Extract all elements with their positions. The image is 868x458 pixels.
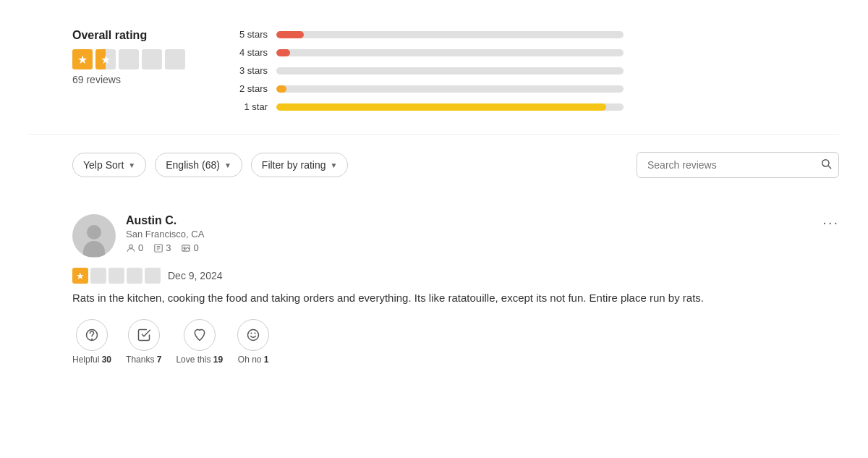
review-star-4 — [127, 268, 142, 284]
helpful-label: Helpful 30 — [72, 355, 111, 365]
love-this-label: Love this 19 — [176, 355, 223, 365]
thanks-icon — [128, 319, 160, 351]
stat-friends-count: 0 — [138, 242, 143, 253]
search-reviews-input[interactable] — [637, 152, 839, 178]
oh-no-button[interactable]: Oh no 1 — [237, 319, 269, 365]
overall-rating-label: Overall rating — [72, 29, 188, 42]
helpful-count: 30 — [102, 355, 111, 365]
bar-label-3: 3 stars — [231, 65, 268, 76]
stat-photos: 0 — [181, 242, 198, 253]
review-card: Austin C. San Francisco, CA 0 3 — [72, 200, 839, 379]
page-wrapper: Overall rating ★ ★ 69 reviews 5 stars 4 … — [0, 0, 868, 394]
reviews-icon — [153, 243, 163, 253]
overall-stars: ★ ★ — [72, 49, 188, 69]
star-4 — [142, 49, 162, 69]
filter-row: Yelp Sort ▼ English (68) ▼ Filter by rat… — [29, 135, 839, 192]
svg-point-2 — [129, 245, 133, 248]
review-star-2 — [90, 268, 106, 284]
oh-no-count: 1 — [264, 355, 269, 365]
review-star-5 — [145, 268, 161, 284]
bar-row-3stars: 3 stars — [231, 65, 839, 76]
review-star-3 — [109, 268, 124, 284]
reviewer-name: Austin C. — [126, 214, 839, 227]
helpful-button[interactable]: Helpful 30 — [72, 319, 111, 365]
avatar-head — [87, 225, 101, 239]
filter-rating-chevron-icon: ▼ — [331, 161, 338, 169]
bar-fill-5 — [276, 31, 304, 38]
star-1: ★ — [72, 49, 93, 69]
stat-reviews: 3 — [153, 242, 171, 253]
avatar-figure — [82, 225, 106, 258]
bar-row-1star: 1 star — [231, 101, 839, 112]
star-5 — [165, 49, 185, 69]
search-button[interactable] — [820, 158, 832, 172]
svg-point-7 — [92, 339, 93, 340]
more-options-button[interactable]: ··· — [822, 214, 839, 231]
star-2: ★ — [95, 49, 116, 69]
stat-photos-count: 0 — [193, 242, 198, 253]
english-filter-button[interactable]: English (68) ▼ — [155, 153, 242, 177]
reviewer-info: Austin C. San Francisco, CA 0 3 — [126, 214, 839, 253]
filter-by-rating-label: Filter by rating — [262, 159, 326, 171]
review-text: Rats in the kitchen, cooking the food an… — [72, 289, 839, 306]
avatar — [72, 214, 116, 258]
english-filter-chevron-icon: ▼ — [224, 161, 231, 169]
svg-point-8 — [248, 330, 259, 341]
avatar-body — [83, 241, 105, 257]
review-rating-row: ★ Dec 9, 2024 — [72, 268, 839, 284]
bar-fill-1 — [276, 103, 606, 111]
yelp-sort-label: Yelp Sort — [83, 159, 124, 171]
stat-friends: 0 — [126, 242, 143, 253]
bar-label-1: 1 star — [231, 101, 268, 112]
bar-row-5stars: 5 stars — [231, 29, 839, 40]
thanks-count: 7 — [157, 355, 162, 365]
filter-by-rating-button[interactable]: Filter by rating ▼ — [251, 153, 349, 177]
helpful-icon — [76, 319, 108, 351]
rating-bar-chart: 5 stars 4 stars 3 stars 2 — [231, 29, 839, 112]
bar-label-5: 5 stars — [231, 29, 268, 40]
bar-fill-4 — [276, 49, 290, 56]
love-this-count: 19 — [213, 355, 223, 365]
review-date: Dec 9, 2024 — [168, 270, 223, 281]
reviews-section: Austin C. San Francisco, CA 0 3 — [29, 192, 839, 379]
reaction-row: Helpful 30 Thanks 7 — [72, 319, 839, 365]
reviewer-location: San Francisco, CA — [126, 229, 839, 239]
bar-row-4stars: 4 stars — [231, 47, 839, 58]
search-wrapper — [637, 152, 839, 178]
review-star-1: ★ — [72, 268, 88, 284]
svg-line-1 — [828, 166, 830, 168]
bar-track-2 — [276, 85, 624, 93]
oh-no-label: Oh no 1 — [238, 355, 269, 365]
english-filter-label: English (68) — [166, 159, 220, 171]
svg-point-5 — [184, 247, 185, 248]
reviewer-stats: 0 3 0 — [126, 242, 839, 253]
bar-label-4: 4 stars — [231, 47, 268, 58]
yelp-sort-button[interactable]: Yelp Sort ▼ — [72, 153, 146, 177]
review-count: 69 reviews — [72, 74, 188, 85]
bar-track-3 — [276, 67, 624, 75]
bar-track-5 — [276, 31, 624, 38]
bar-track-1 — [276, 103, 624, 111]
photos-icon — [181, 243, 191, 253]
star-3 — [119, 49, 139, 69]
bar-track-4 — [276, 49, 624, 56]
love-this-icon — [184, 319, 216, 351]
bar-fill-2 — [276, 85, 286, 93]
yelp-sort-chevron-icon: ▼ — [128, 161, 135, 169]
rating-section: Overall rating ★ ★ 69 reviews 5 stars 4 … — [29, 14, 839, 135]
review-stars: ★ — [72, 268, 161, 284]
thanks-label: Thanks 7 — [126, 355, 161, 365]
bar-row-2stars: 2 stars — [231, 83, 839, 94]
oh-no-icon — [237, 319, 269, 351]
friends-icon — [126, 243, 136, 253]
stat-reviews-count: 3 — [166, 242, 171, 253]
love-this-button[interactable]: Love this 19 — [176, 319, 223, 365]
svg-point-0 — [822, 160, 829, 166]
bar-label-2: 2 stars — [231, 83, 268, 94]
thanks-button[interactable]: Thanks 7 — [126, 319, 161, 365]
search-icon — [820, 158, 832, 169]
overall-rating: Overall rating ★ ★ 69 reviews — [72, 29, 188, 112]
reviewer-header: Austin C. San Francisco, CA 0 3 — [72, 214, 839, 258]
